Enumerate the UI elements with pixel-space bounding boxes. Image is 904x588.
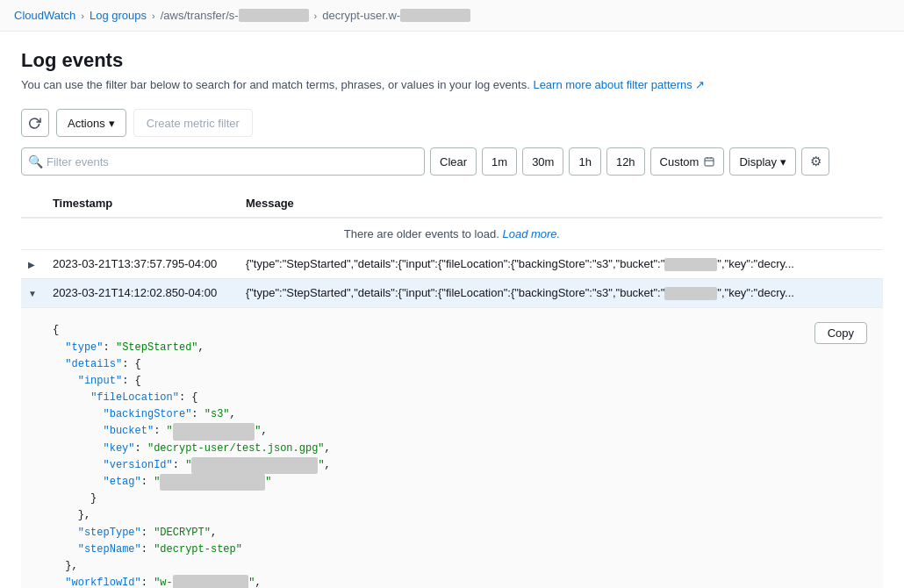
- expanded-row: Copy { "type": "StepStarted", "details":…: [21, 308, 883, 588]
- search-wrap: 🔍: [21, 147, 425, 176]
- actions-chevron-icon: ▾: [109, 117, 115, 130]
- expanded-content-cell: Copy { "type": "StepStarted", "details":…: [44, 308, 883, 588]
- breadcrumb-cloudwatch[interactable]: CloudWatch: [14, 9, 75, 22]
- older-events-cell: There are older events to load. Load mor…: [21, 218, 883, 250]
- json-content: { "type": "StepStarted", "details": { "i…: [53, 315, 874, 588]
- settings-icon: ⚙: [810, 154, 821, 169]
- search-icon: 🔍: [28, 154, 43, 169]
- 1h-button[interactable]: 1h: [569, 147, 600, 176]
- breadcrumb-path[interactable]: /aws/transfer/s-: [161, 9, 309, 22]
- message-cell: {"type":"StepStarted","details":{"input"…: [237, 250, 883, 279]
- log-table: Timestamp Message There are older events…: [21, 190, 883, 588]
- clear-button[interactable]: Clear: [430, 147, 477, 176]
- refresh-button[interactable]: [21, 109, 49, 137]
- page-content: Log events You can use the filter bar be…: [0, 32, 904, 588]
- breadcrumb: CloudWatch › Log groups › /aws/transfer/…: [0, 0, 904, 32]
- actions-button[interactable]: Actions ▾: [56, 109, 126, 137]
- svg-rect-0: [705, 158, 714, 166]
- expand-col-header: [21, 190, 44, 218]
- filter-bar: 🔍 Clear 1m 30m 1h 12h Custom Display ▾ ⚙: [21, 147, 883, 176]
- 30m-button[interactable]: 30m: [522, 147, 563, 176]
- create-metric-filter-button[interactable]: Create metric filter: [133, 109, 253, 137]
- calendar-icon: [704, 156, 714, 167]
- expand-cell-spacer: [21, 308, 44, 588]
- timestamp-cell: 2023-03-21T13:37:57.795-04:00: [44, 250, 237, 279]
- load-more-link[interactable]: Load more.: [502, 227, 560, 240]
- learn-more-link[interactable]: Learn more about filter patterns ↗: [533, 78, 705, 91]
- display-chevron-icon: ▾: [780, 155, 786, 169]
- search-input[interactable]: [21, 147, 425, 176]
- table-row: ▶ 2023-03-21T13:37:57.795-04:00 {"type":…: [21, 250, 883, 279]
- page-subtitle: You can use the filter bar below to sear…: [21, 77, 883, 93]
- table-header-row: Timestamp Message: [21, 190, 883, 218]
- table-row: ▼ 2023-03-21T14:12:02.850-04:00 {"type":…: [21, 279, 883, 308]
- breadcrumb-current: decrypt-user.w-: [322, 9, 470, 22]
- expand-cell: ▶: [21, 250, 44, 279]
- timestamp-col-header: Timestamp: [44, 190, 237, 218]
- copy-button[interactable]: Copy: [814, 322, 867, 344]
- chevron-icon-3: ›: [314, 11, 318, 21]
- copy-wrap: Copy { "type": "StepStarted", "details":…: [53, 315, 874, 588]
- page-title: Log events: [21, 49, 883, 72]
- message-col-header: Message: [237, 190, 883, 218]
- toolbar: Actions ▾ Create metric filter: [21, 109, 883, 137]
- chevron-icon-2: ›: [152, 11, 155, 21]
- message-cell: {"type":"StepStarted","details":{"input"…: [237, 279, 883, 308]
- refresh-icon: [29, 117, 41, 129]
- timestamp-cell: 2023-03-21T14:12:02.850-04:00: [44, 279, 237, 308]
- 12h-button[interactable]: 12h: [606, 147, 645, 176]
- 1m-button[interactable]: 1m: [482, 147, 517, 176]
- collapse-row-button[interactable]: ▼: [26, 287, 39, 300]
- custom-button[interactable]: Custom: [650, 147, 725, 176]
- older-events-row: There are older events to load. Load mor…: [21, 218, 883, 250]
- expand-row-button[interactable]: ▶: [26, 258, 37, 271]
- display-button[interactable]: Display ▾: [729, 147, 796, 176]
- expand-cell: ▼: [21, 279, 44, 308]
- settings-button[interactable]: ⚙: [801, 147, 829, 176]
- breadcrumb-log-groups[interactable]: Log groups: [90, 9, 147, 22]
- chevron-icon: ›: [81, 11, 84, 21]
